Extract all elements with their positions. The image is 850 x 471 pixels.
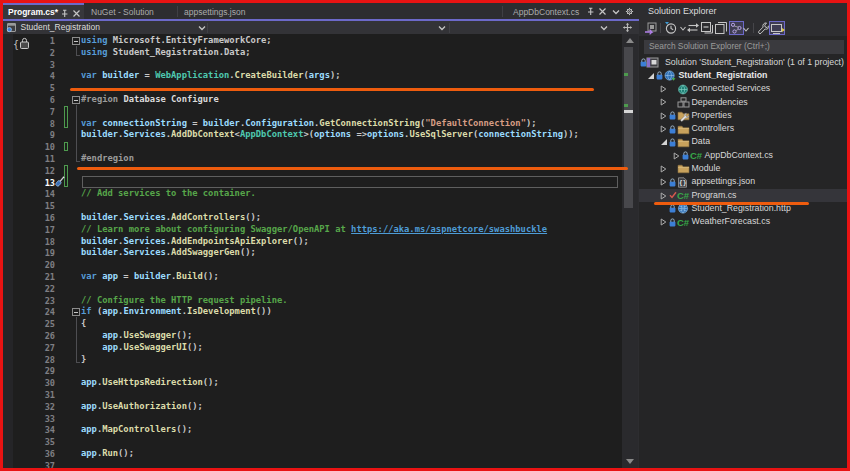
solution-and-folders-icon[interactable] bbox=[729, 21, 744, 35]
folder-icon bbox=[677, 163, 688, 174]
tree-item-controllers[interactable]: Controllers bbox=[639, 122, 847, 135]
sync-with-active-document-icon[interactable] bbox=[686, 21, 700, 35]
toolbar-separator bbox=[753, 23, 754, 33]
code-line-11: #endregion bbox=[81, 153, 134, 165]
checked-in-lock-icon bbox=[669, 204, 676, 213]
fold-collapse-box[interactable] bbox=[72, 96, 80, 104]
quick-actions-screwdriver-icon[interactable] bbox=[54, 175, 66, 188]
checked-in-lock-icon bbox=[669, 125, 676, 134]
tree-item-weatherforecast-cs[interactable]: C#WeatherForecast.cs bbox=[639, 215, 847, 228]
scrollbar-thumb[interactable] bbox=[624, 47, 633, 208]
tab-program-cs[interactable]: Program.cs* bbox=[3, 3, 84, 19]
navbar-divider bbox=[449, 23, 450, 33]
expander-closed-icon[interactable] bbox=[660, 165, 667, 172]
code-line-32: app.UseAuthorization(); bbox=[81, 401, 203, 413]
project-dropdown-chevron-icon[interactable] bbox=[198, 24, 206, 32]
code-line-24: if (app.Environment.IsDevelopment()) bbox=[81, 306, 272, 318]
csharp-icon: C# bbox=[677, 190, 688, 201]
document-well-gear-icon[interactable] bbox=[625, 7, 634, 16]
code-line-1: using Microsoft.EntityFrameworkCore; bbox=[81, 35, 272, 47]
tab-label: appsettings.json bbox=[184, 7, 245, 17]
editor-vertical-scrollbar[interactable] bbox=[622, 34, 638, 468]
member-dropdown-chevron-icon[interactable] bbox=[600, 24, 608, 32]
tree-item-label: Student_Registration bbox=[679, 70, 768, 80]
dropdown-arrow-icon[interactable] bbox=[743, 27, 749, 32]
fold-collapse-box[interactable] bbox=[72, 308, 80, 316]
expander-closed-icon[interactable] bbox=[673, 152, 680, 159]
tab-list-chevron-down-icon[interactable] bbox=[612, 8, 621, 17]
svg-text:C#: C# bbox=[677, 217, 690, 228]
type-dropdown-chevron-icon[interactable] bbox=[438, 24, 446, 32]
fold-guide-line bbox=[76, 105, 77, 162]
code-line-26: app.UseSwagger(); bbox=[102, 330, 192, 342]
expander-closed-icon[interactable] bbox=[660, 192, 667, 199]
tree-item-student-registration[interactable]: Student_Registration bbox=[639, 69, 847, 82]
project-icon bbox=[6, 22, 17, 33]
tab-label: AppDbContext.cs bbox=[513, 7, 579, 17]
code-line-8: var connectionString = builder.Configura… bbox=[81, 118, 537, 130]
tree-item-label: Connected Services bbox=[692, 83, 771, 93]
expander-closed-icon[interactable] bbox=[660, 218, 667, 225]
expander-closed-icon[interactable] bbox=[660, 85, 667, 92]
solution-explorer-panel: Solution Explorer Search Solution Explor… bbox=[639, 3, 847, 468]
code-text-area[interactable]: using Microsoft.EntityFrameworkCore;usin… bbox=[3, 35, 622, 468]
folder-icon bbox=[677, 124, 688, 135]
scroll-down-arrow-icon[interactable] bbox=[626, 459, 634, 464]
expander-open-icon[interactable] bbox=[647, 72, 654, 79]
tree-item-data[interactable]: Data bbox=[639, 135, 847, 148]
track-changes-bar bbox=[64, 106, 68, 128]
pin-icon[interactable] bbox=[60, 9, 69, 18]
tree-item-appsettings-json[interactable]: {}appsettings.json bbox=[639, 175, 847, 188]
collapse-all-icon[interactable] bbox=[700, 21, 714, 35]
editor-navigation-bar: Student_Registration bbox=[3, 21, 639, 35]
tab-nuget-solution[interactable]: NuGet - Solution bbox=[84, 3, 177, 19]
tree-item-appdbcontext-cs[interactable]: C#AppDbContext.cs bbox=[639, 149, 847, 162]
split-window-icon[interactable] bbox=[623, 23, 632, 32]
tab-appsettings-json[interactable]: appsettings.json bbox=[177, 3, 259, 19]
code-line-34: app.MapControllers(); bbox=[81, 424, 192, 436]
tree-item-solution-student-registration-1-of-1-project[interactable]: Solution 'Student_Registration' (1 of 1 … bbox=[639, 56, 847, 69]
expander-open-icon[interactable] bbox=[660, 138, 667, 145]
expander-closed-icon[interactable] bbox=[660, 112, 667, 119]
expander-closed-icon[interactable] bbox=[660, 125, 667, 132]
annotation-underline-program-cs bbox=[654, 202, 809, 205]
scroll-up-arrow-icon[interactable] bbox=[626, 38, 634, 43]
code-line-36: app.Run(); bbox=[81, 448, 134, 460]
checked-in-lock-icon bbox=[682, 151, 689, 160]
preview-selected-items-icon[interactable] bbox=[769, 21, 785, 35]
switch-views-icon[interactable] bbox=[644, 21, 658, 35]
fold-guide-line bbox=[76, 317, 77, 362]
tree-item-dependencies[interactable]: Dependencies bbox=[639, 95, 847, 108]
scrollbar-mark-change bbox=[624, 104, 629, 107]
checked-in-lock-icon bbox=[669, 178, 676, 187]
expander-closed-icon[interactable] bbox=[660, 178, 667, 185]
pin-icon[interactable] bbox=[586, 7, 595, 16]
expander-closed-icon[interactable] bbox=[660, 98, 667, 105]
code-line-27: app.UseSwaggerUI(); bbox=[102, 342, 203, 354]
code-line-18: builder.Services.AddEndpointsApiExplorer… bbox=[81, 236, 309, 248]
close-icon[interactable] bbox=[72, 9, 81, 18]
code-line-28: } bbox=[81, 354, 86, 366]
tree-item-label: WeatherForecast.cs bbox=[692, 216, 771, 226]
close-icon[interactable] bbox=[598, 7, 607, 16]
code-line-17: // Learn more about configuring Swagger/… bbox=[81, 224, 547, 236]
fold-guide-tick bbox=[76, 362, 81, 363]
json-icon: {} bbox=[677, 177, 688, 188]
tree-item-properties[interactable]: Properties bbox=[639, 109, 847, 122]
tree-item-label: Data bbox=[692, 136, 711, 146]
tree-item-connected-services[interactable]: Connected Services bbox=[639, 82, 847, 95]
dependencies-icon bbox=[677, 97, 688, 108]
solution-explorer-search-input[interactable]: Search Solution Explorer (Ctrl+;) bbox=[644, 40, 844, 54]
fold-collapse-box[interactable] bbox=[72, 37, 80, 45]
tree-item-label: Properties bbox=[692, 110, 732, 120]
show-all-files-icon[interactable] bbox=[714, 21, 728, 35]
checked-out-check-icon bbox=[669, 191, 677, 200]
svg-text:{}: {} bbox=[679, 179, 687, 187]
code-line-25: { bbox=[81, 318, 86, 330]
code-line-23: // Configure the HTTP request pipeline. bbox=[81, 295, 288, 307]
tree-item-program-cs[interactable]: C#Program.cs bbox=[639, 189, 847, 202]
tree-item-module[interactable]: Module bbox=[639, 162, 847, 175]
pending-changes-filter-icon[interactable] bbox=[664, 21, 680, 35]
code-editor[interactable]: { 12345678910111213141516171819202122232… bbox=[3, 34, 622, 468]
tab-appdbcontext-cs[interactable]: AppDbContext.cs bbox=[503, 3, 609, 19]
